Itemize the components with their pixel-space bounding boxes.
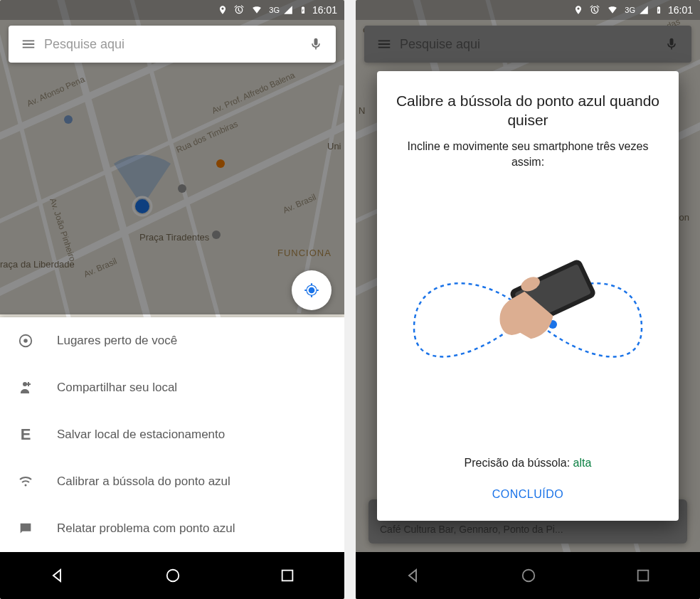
alarm-icon xyxy=(233,4,245,16)
search-placeholder: Pesquise aqui xyxy=(44,37,300,52)
battery-icon xyxy=(299,4,307,16)
menu-item-share[interactable]: Compartilhar seu local xyxy=(0,364,344,411)
menu-item-nearby[interactable]: Lugares perto de você xyxy=(0,317,344,364)
phone-left: Av. Afonso Pena Av. João Pinheiro Rua do… xyxy=(0,0,344,599)
home-button[interactable] xyxy=(165,568,181,583)
wifi-icon xyxy=(606,5,619,15)
menu-item-calibrate[interactable]: Calibrar a bússola do ponto azul xyxy=(0,458,344,505)
done-button[interactable]: CONCLUÍDO xyxy=(481,481,576,508)
my-location-button[interactable] xyxy=(292,270,332,310)
accuracy-label: Precisão da bússola: xyxy=(465,457,571,469)
network-type: 3G xyxy=(625,6,635,14)
menu-button[interactable] xyxy=(13,36,44,52)
menu-label: Salvar local de estacionamento xyxy=(57,428,225,442)
dialog-subtitle: Incline e movimente seu smartphone três … xyxy=(394,139,662,171)
android-nav-bar xyxy=(0,552,344,599)
mic-button[interactable] xyxy=(300,37,332,51)
back-button[interactable] xyxy=(49,567,66,584)
location-icon xyxy=(218,5,228,15)
share-person-icon xyxy=(17,379,34,396)
signal-icon xyxy=(282,5,294,15)
clock: 16:01 xyxy=(668,4,693,16)
signal-icon xyxy=(638,5,649,15)
dialog-title: Calibre a bússola do ponto azul quando q… xyxy=(394,91,662,130)
wifi-icon xyxy=(250,5,263,15)
recents-button[interactable] xyxy=(280,568,295,583)
menu-label: Relatar problema com ponto azul xyxy=(57,521,235,536)
calibration-illustration xyxy=(394,170,662,457)
calibrate-dialog: Calibre a bússola do ponto azul quando q… xyxy=(377,71,679,521)
microphone-icon xyxy=(309,37,323,51)
status-bar: 3G 16:01 xyxy=(356,0,700,20)
crosshair-icon xyxy=(302,281,321,300)
search-bar[interactable]: Pesquise aqui xyxy=(9,26,336,63)
network-type: 3G xyxy=(269,6,280,14)
hamburger-icon xyxy=(21,36,36,52)
svg-point-10 xyxy=(25,484,27,487)
battery-icon xyxy=(655,4,662,16)
accuracy-value: alta xyxy=(573,457,592,469)
blue-dot-menu: Lugares perto de você Compartilhar seu l… xyxy=(0,317,344,552)
menu-label: Calibrar a bússola do ponto azul xyxy=(57,475,230,489)
alarm-icon xyxy=(589,4,600,16)
menu-label: Lugares perto de você xyxy=(57,334,177,348)
svg-rect-12 xyxy=(282,571,292,581)
parking-icon: E xyxy=(21,425,31,444)
target-icon xyxy=(18,333,33,349)
svg-point-11 xyxy=(167,570,179,582)
menu-item-report[interactable]: Relatar problema com ponto azul xyxy=(0,505,344,552)
menu-label: Compartilhar seu local xyxy=(57,381,177,395)
menu-item-save-parking[interactable]: E Salvar local de estacionamento xyxy=(0,411,344,458)
svg-point-8 xyxy=(23,339,28,343)
feedback-icon xyxy=(18,521,33,536)
phone-right: o Novo Andradas N Udon 3G 16:01 Pesquise… xyxy=(356,0,700,599)
wifi-icon xyxy=(17,473,34,490)
status-bar: 3G 16:01 xyxy=(0,0,344,20)
location-icon xyxy=(573,5,583,15)
accuracy-status: Precisão da bússola: alta xyxy=(465,457,592,470)
clock: 16:01 xyxy=(312,4,337,16)
